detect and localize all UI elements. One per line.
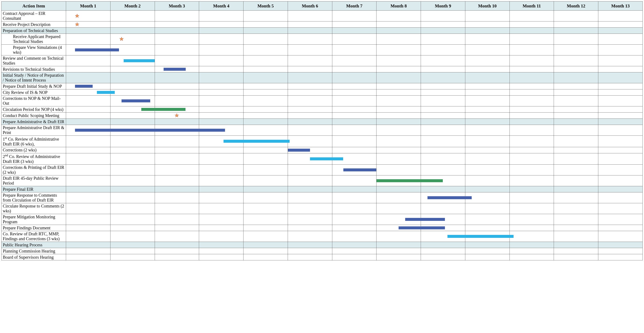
- month-cell: [66, 136, 110, 147]
- month-cell: [199, 45, 244, 55]
- month-cell: [199, 254, 244, 260]
- month-cell: [598, 231, 643, 242]
- month-cell: [554, 11, 598, 21]
- month-cell: [155, 136, 199, 147]
- month-cell: [554, 136, 598, 147]
- action-item-label: 2nd Co. Review of Administrative Draft E…: [2, 153, 66, 165]
- header-month-3: Month 3: [155, 1, 199, 11]
- month-cell: [332, 225, 376, 231]
- month-cell: [110, 34, 155, 45]
- month-cell: [598, 96, 643, 106]
- month-cell: [598, 175, 643, 186]
- header-month-9: Month 9: [421, 1, 465, 11]
- month-cell: [554, 83, 598, 89]
- month-cell: [421, 72, 465, 83]
- month-cell: [421, 83, 465, 89]
- action-item-label: Prepare Final EIR: [2, 186, 66, 192]
- month-cell: [244, 28, 288, 34]
- month-cell: [465, 192, 510, 203]
- month-cell: [376, 147, 421, 153]
- section-row: Preparation of Technical Studies: [2, 28, 643, 34]
- month-cell: [376, 83, 421, 89]
- task-row: Corrections & Printing of Draft EIR (2 w…: [2, 165, 643, 175]
- month-cell: [376, 113, 421, 119]
- month-cell: [465, 66, 510, 72]
- task-row: Circulation Period for NOP (4 wks): [2, 106, 643, 113]
- month-cell: [465, 11, 510, 21]
- header-month-6: Month 6: [288, 1, 332, 11]
- month-cell: [110, 254, 155, 260]
- month-cell: [421, 153, 465, 165]
- month-cell: [598, 11, 643, 21]
- header-row: Action Item Month 1 Month 2 Month 3 Mont…: [2, 1, 643, 11]
- action-item-label: Review and Comment on Technical Studies: [2, 55, 66, 66]
- header-action: Action Item: [2, 1, 66, 11]
- gantt-bar: [288, 149, 310, 152]
- month-cell: [288, 192, 332, 203]
- month-cell: [288, 214, 332, 225]
- month-cell: [199, 225, 244, 231]
- month-cell: [244, 125, 288, 136]
- month-cell: [421, 21, 465, 28]
- month-cell: [110, 175, 155, 186]
- month-cell: [288, 231, 332, 242]
- month-cell: [244, 21, 288, 28]
- month-cell: [554, 186, 598, 192]
- month-cell: [66, 72, 110, 83]
- month-cell: [66, 231, 110, 242]
- month-cell: [510, 21, 554, 28]
- month-cell: [199, 231, 244, 242]
- month-cell: [598, 66, 643, 72]
- month-cell: [465, 147, 510, 153]
- gantt-bar: [75, 85, 93, 88]
- action-item-label: Corrections (2 wks): [2, 147, 66, 153]
- month-cell: [244, 113, 288, 119]
- task-row: Circulate Response to Comments (2 wks): [2, 203, 643, 214]
- month-cell: [598, 153, 643, 165]
- month-cell: [465, 21, 510, 28]
- month-cell: [510, 119, 554, 125]
- month-cell: [421, 11, 465, 21]
- month-cell: [199, 83, 244, 89]
- month-cell: [510, 203, 554, 214]
- month-cell: [376, 254, 421, 260]
- month-cell: [110, 248, 155, 254]
- month-cell: [376, 136, 421, 147]
- month-cell: [465, 34, 510, 45]
- month-cell: [421, 55, 465, 66]
- month-cell: [510, 106, 554, 113]
- action-item-label: Revisions to Technical Studies: [2, 66, 66, 72]
- month-cell: [244, 254, 288, 260]
- month-cell: [465, 225, 510, 231]
- month-cell: [332, 21, 376, 28]
- month-cell: [598, 242, 643, 248]
- month-cell: [421, 186, 465, 192]
- month-cell: [376, 165, 421, 175]
- task-row: Review and Comment on Technical Studies: [2, 55, 643, 66]
- month-cell: [598, 254, 643, 260]
- month-cell: [421, 89, 465, 96]
- month-cell: [110, 225, 155, 231]
- month-cell: [332, 119, 376, 125]
- month-cell: [554, 203, 598, 214]
- month-cell: [332, 254, 376, 260]
- month-cell: [199, 66, 244, 72]
- month-cell: [288, 242, 332, 248]
- action-item-label: Conduct Public Scoping Meeting: [2, 113, 66, 119]
- month-cell: [421, 203, 465, 214]
- action-item-label: Prepare View Simulations (4 wks): [2, 45, 66, 55]
- month-cell: [288, 89, 332, 96]
- month-cell: [199, 89, 244, 96]
- month-cell: [199, 153, 244, 165]
- task-row: 2nd Co. Review of Administrative Draft E…: [2, 153, 643, 165]
- month-cell: [332, 11, 376, 21]
- month-cell: [421, 45, 465, 55]
- milestone-star-icon: [175, 113, 179, 118]
- month-cell: [244, 165, 288, 175]
- month-cell: [66, 89, 110, 96]
- month-cell: [110, 83, 155, 89]
- month-cell: [244, 225, 288, 231]
- month-cell: [510, 165, 554, 175]
- month-cell: [66, 225, 110, 231]
- month-cell: [598, 248, 643, 254]
